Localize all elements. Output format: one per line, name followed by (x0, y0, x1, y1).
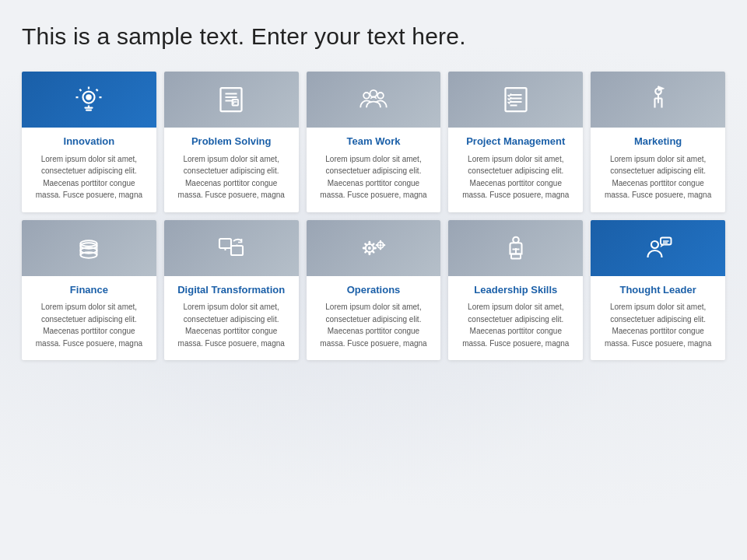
marketing-icon (644, 86, 672, 114)
card-marketing: Marketing Lorem ipsum dolor sit amet, co… (591, 72, 725, 212)
card-text-finance: Lorem ipsum dolor sit amet, consectetuer… (30, 301, 149, 349)
card-problem-solving: Problem Solving Lorem ipsum dolor sit am… (164, 72, 299, 212)
project-management-icon (502, 86, 530, 114)
card-finance: Finance Lorem ipsum dolor sit amet, cons… (22, 220, 156, 361)
svg-line-50 (372, 250, 374, 252)
card-grid-row2: Finance Lorem ipsum dolor sit amet, cons… (22, 220, 725, 361)
leadership-skills-icon (502, 234, 530, 262)
card-innovation: Innovation Lorem ipsum dolor sit amet, c… (22, 72, 156, 212)
card-body-innovation: Innovation Lorem ipsum dolor sit amet, c… (22, 128, 156, 212)
card-text-leadership-skills: Lorem ipsum dolor sit amet, consectetuer… (456, 301, 575, 349)
card-body-project-management: Project Management Lorem ipsum dolor sit… (448, 128, 583, 212)
card-title-digital-transformation: Digital Transformation (172, 284, 291, 296)
svg-line-52 (365, 250, 366, 252)
card-title-thought-leader: Thought Leader (598, 284, 717, 296)
card-title-project-management: Project Management (456, 135, 575, 148)
card-body-leadership-skills: Leadership Skills Lorem ipsum dolor sit … (448, 276, 583, 361)
card-icon-bar-innovation (22, 72, 156, 128)
card-title-finance: Finance (30, 284, 149, 296)
svg-rect-40 (231, 246, 243, 255)
card-body-finance: Finance Lorem ipsum dolor sit amet, cons… (22, 276, 156, 361)
svg-point-15 (363, 93, 370, 99)
finance-icon (75, 234, 103, 262)
card-title-innovation: Innovation (30, 135, 149, 148)
card-body-marketing: Marketing Lorem ipsum dolor sit amet, co… (591, 128, 725, 212)
card-text-problem-solving: Lorem ipsum dolor sit amet, consectetuer… (172, 153, 291, 201)
card-team-work: Team Work Lorem ipsum dolor sit amet, co… (307, 72, 441, 212)
svg-line-51 (372, 243, 374, 245)
svg-point-59 (513, 236, 519, 243)
problem-solving-icon (217, 86, 245, 114)
card-title-team-work: Team Work (314, 135, 433, 148)
card-title-problem-solving: Problem Solving (172, 135, 291, 148)
svg-point-54 (379, 243, 381, 246)
svg-point-5 (86, 94, 93, 100)
card-icon-bar-project-management (448, 72, 583, 128)
team-work-icon (359, 86, 388, 114)
svg-point-17 (377, 93, 384, 99)
card-body-digital-transformation: Digital Transformation Lorem ipsum dolor… (164, 276, 299, 361)
svg-line-6 (80, 89, 82, 91)
card-text-marketing: Lorem ipsum dolor sit amet, consectetuer… (598, 153, 717, 201)
card-text-project-management: Lorem ipsum dolor sit amet, consectetuer… (456, 153, 575, 201)
card-digital-transformation: Digital Transformation Lorem ipsum dolor… (164, 220, 299, 361)
card-icon-bar-marketing (591, 72, 725, 128)
operations-icon (359, 234, 388, 262)
innovation-icon (75, 86, 103, 114)
card-text-team-work: Lorem ipsum dolor sit amet, consectetuer… (314, 153, 433, 201)
page-title: This is a sample text. Enter your text h… (22, 23, 725, 50)
card-title-marketing: Marketing (598, 135, 717, 148)
card-body-operations: Operations Lorem ipsum dolor sit amet, c… (307, 276, 441, 361)
card-title-leadership-skills: Leadership Skills (456, 284, 575, 296)
card-text-digital-transformation: Lorem ipsum dolor sit amet, consectetuer… (172, 301, 291, 349)
svg-point-44 (368, 247, 371, 250)
svg-line-7 (96, 89, 98, 91)
svg-rect-39 (219, 239, 231, 248)
card-icon-bar-digital-transformation (164, 220, 299, 276)
card-icon-bar-finance (22, 220, 156, 276)
card-icon-bar-thought-leader (591, 220, 725, 276)
card-body-thought-leader: Thought Leader Lorem ipsum dolor sit ame… (591, 276, 725, 361)
svg-rect-60 (511, 254, 521, 258)
thought-leader-icon (644, 234, 672, 262)
card-icon-bar-team-work (307, 72, 441, 128)
digital-transformation-icon (217, 234, 245, 262)
card-body-problem-solving: Problem Solving Lorem ipsum dolor sit am… (164, 128, 299, 212)
card-project-management: Project Management Lorem ipsum dolor sit… (448, 72, 583, 212)
card-operations: Operations Lorem ipsum dolor sit amet, c… (307, 220, 441, 361)
card-text-operations: Lorem ipsum dolor sit amet, consectetuer… (314, 301, 433, 349)
card-thought-leader: Thought Leader Lorem ipsum dolor sit ame… (591, 220, 725, 361)
card-text-thought-leader: Lorem ipsum dolor sit amet, consectetuer… (598, 301, 717, 349)
card-text-innovation: Lorem ipsum dolor sit amet, consectetuer… (30, 153, 149, 201)
svg-point-63 (651, 241, 658, 248)
card-body-team-work: Team Work Lorem ipsum dolor sit amet, co… (307, 128, 441, 212)
card-leadership-skills: Leadership Skills Lorem ipsum dolor sit … (448, 220, 583, 361)
card-title-operations: Operations (314, 284, 433, 296)
card-icon-bar-problem-solving (164, 72, 299, 128)
svg-line-49 (365, 243, 366, 245)
card-icon-bar-leadership-skills (448, 220, 583, 276)
card-icon-bar-operations (307, 220, 441, 276)
card-grid-row1: Innovation Lorem ipsum dolor sit amet, c… (22, 72, 725, 212)
